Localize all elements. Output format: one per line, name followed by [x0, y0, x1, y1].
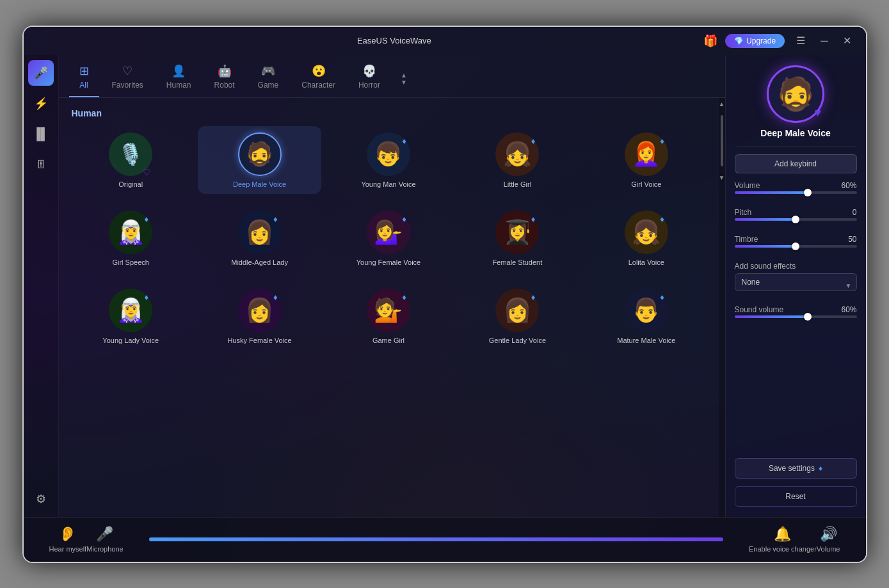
voice-item-husky-female[interactable]: ♦ 👩 Husky Female Voice	[198, 282, 321, 350]
tab-robot[interactable]: 🤖 Robot	[204, 60, 245, 97]
young-female-fav-diamond: ♦	[402, 214, 406, 224]
voice-item-girl-speech[interactable]: ♦ 🧝‍♀️ Girl Speech	[69, 204, 193, 272]
diamond-icon: 💎	[734, 36, 744, 45]
sidebar-icon-settings[interactable]: ⚙	[28, 486, 54, 512]
volume-slider[interactable]	[735, 191, 857, 194]
microphone-control[interactable]: 🎤 Microphone	[86, 526, 123, 553]
nav-tabs-area: ⊞ All ♡ Favorites 👤 Human 🤖 Robot 🎮	[59, 55, 725, 517]
scrollbar-thumb[interactable]	[721, 115, 723, 166]
timbre-slider[interactable]	[735, 245, 857, 248]
voice-grid-row3: ♦ 🧝‍♀️ Young Lady Voice ♦ 👩 Husky Fema	[69, 282, 709, 350]
sidebar-icon-voice[interactable]: 🎤	[28, 60, 54, 86]
tab-all[interactable]: ⊞ All	[69, 60, 99, 97]
middle-aged-lady-voice-name: Middle-Aged Lady	[231, 258, 288, 267]
voice-item-young-man[interactable]: ♦ 👦 Young Man Voice	[326, 126, 450, 194]
nav-tabs: ⊞ All ♡ Favorites 👤 Human 🤖 Robot 🎮	[59, 55, 725, 98]
timbre-control: Timbre 50	[735, 235, 857, 254]
girl-voice-name: Girl Voice	[631, 180, 661, 189]
pitch-control: Pitch 0	[735, 208, 857, 227]
save-diamond-icon: ♦	[819, 464, 822, 473]
lolita-voice-name: Lolita Voice	[629, 258, 664, 267]
little-girl-voice-name: Little Girl	[504, 180, 531, 189]
pitch-thumb[interactable]	[792, 216, 799, 223]
content-area: Human 🎙️ ♡ Original	[59, 98, 719, 517]
volume-row: Volume 60%	[735, 181, 857, 190]
robot-icon: 🤖	[218, 64, 232, 78]
tab-horror[interactable]: 💀 Horror	[348, 60, 390, 97]
hear-myself-control[interactable]: 👂 Hear myself	[49, 526, 87, 553]
scrollbar[interactable]: ▲ ▼	[719, 98, 725, 517]
scroll-arrows: ▲	[719, 98, 725, 110]
title-bar-right: 🎁 💎 Upgrade ☰ ─ ✕	[703, 33, 855, 48]
hear-myself-icon: 👂	[59, 526, 76, 543]
volume-control: Volume 60%	[735, 181, 857, 200]
middle-aged-lady-fav-diamond: ♦	[273, 214, 278, 224]
all-icon: ⊞	[79, 64, 89, 78]
voice-grid-row1: 🎙️ ♡ Original 🧔 Deep Male Voice	[69, 126, 709, 194]
voice-changer-icon: 🔔	[774, 526, 791, 543]
voice-item-girl-voice[interactable]: ♦ 👩‍🦰 Girl Voice	[584, 126, 708, 194]
reset-button[interactable]: Reset	[735, 486, 857, 507]
voice-item-young-female[interactable]: ♦ 💁‍♀️ Young Female Voice	[326, 204, 450, 272]
voice-item-middle-aged-lady[interactable]: ♦ 👩 Middle-Aged Lady	[198, 204, 321, 272]
volume-control-bottom[interactable]: 🔊 Volume	[817, 526, 840, 553]
sound-volume-label: Sound volume	[735, 305, 784, 314]
sound-volume-slider[interactable]	[735, 315, 857, 318]
timbre-thumb[interactable]	[792, 242, 799, 250]
horror-icon: 💀	[362, 64, 376, 78]
microphone-icon: 🎤	[34, 66, 48, 80]
tab-character[interactable]: 😮 Character	[291, 60, 346, 97]
scroll-down-arrow[interactable]: ▼	[719, 174, 725, 181]
scroll-up-arrow[interactable]: ▲	[719, 100, 725, 107]
voice-item-little-girl[interactable]: ♦ 👧 Little Girl	[456, 126, 579, 194]
tab-game[interactable]: 🎮 Game	[248, 60, 289, 97]
gift-icon[interactable]: 🎁	[703, 34, 717, 48]
minimize-button[interactable]: ─	[817, 34, 831, 48]
mic-level-bar-area	[136, 537, 736, 541]
pitch-fill	[735, 218, 796, 221]
sound-volume-thumb[interactable]	[804, 313, 812, 321]
upgrade-button[interactable]: 💎 Upgrade	[725, 34, 785, 48]
game-girl-avatar-icon: 💁	[374, 297, 403, 324]
left-sidebar: 🎤 ⚡ ▐▌ 🎚 ⚙	[24, 55, 59, 517]
little-girl-fav-diamond: ♦	[531, 136, 536, 146]
sidebar-icon-lightning[interactable]: ⚡	[28, 91, 54, 116]
voice-item-deep-male[interactable]: 🧔 Deep Male Voice	[198, 126, 321, 194]
gentle-lady-fav-diamond: ♦	[531, 292, 536, 302]
young-man-avatar-icon: 👦	[374, 141, 403, 168]
girl-voice-avatar-icon: 👩‍🦰	[632, 141, 661, 168]
enable-voice-changer-control[interactable]: 🔔 Enable voice changer	[749, 526, 817, 553]
save-settings-button[interactable]: Save settings ♦	[735, 458, 857, 479]
voice-item-lolita[interactable]: ♦ 👧 Lolita Voice	[584, 204, 708, 272]
scroll-arrows-down: ▼	[719, 171, 725, 184]
volume-value: 60%	[841, 181, 856, 190]
nav-more-button[interactable]: ▲ ▼	[396, 69, 412, 88]
timbre-label: Timbre	[735, 235, 758, 244]
voice-item-young-lady[interactable]: ♦ 🧝‍♀️ Young Lady Voice	[69, 282, 193, 350]
voice-item-gentle-lady[interactable]: ♦ 👩 Gentle Lady Voice	[456, 282, 579, 350]
voice-item-mature-male[interactable]: ♦ 👨 Mature Male Voice	[584, 282, 708, 350]
tab-human[interactable]: 👤 Human	[156, 60, 202, 97]
sidebar-icon-mixer[interactable]: 🎚	[28, 152, 54, 178]
sound-effects-select[interactable]: None Echo Reverb Robot	[735, 273, 857, 291]
chevron-down-icon: ▼	[401, 79, 407, 86]
pitch-slider[interactable]	[735, 218, 857, 221]
sidebar-icon-waveform[interactable]: ▐▌	[28, 122, 54, 147]
husky-female-fav-diamond: ♦	[273, 292, 278, 302]
voice-item-female-student[interactable]: ♦ 👩‍🎓 Female Student	[456, 204, 579, 272]
selected-voice-preview: 🧔 ♥ Deep Male Voice	[735, 65, 857, 147]
sound-volume-control: Sound volume 60%	[735, 305, 857, 324]
add-keybind-button[interactable]: Add keybind	[735, 154, 857, 173]
female-student-avatar-icon: 👩‍🎓	[503, 219, 532, 246]
menu-button[interactable]: ☰	[792, 33, 809, 48]
sound-effects-control: Add sound effects None Echo Reverb Robot	[735, 262, 857, 298]
voice-item-game-girl[interactable]: ♦ 💁 Game Girl	[326, 282, 450, 350]
voice-item-original[interactable]: 🎙️ ♡ Original	[69, 126, 193, 194]
sound-effects-select-wrapper: None Echo Reverb Robot	[735, 273, 857, 298]
volume-thumb[interactable]	[804, 189, 812, 196]
lolita-fav-diamond: ♦	[660, 214, 664, 224]
preview-voice-name: Deep Male Voice	[760, 128, 830, 138]
tab-favorites[interactable]: ♡ Favorites	[102, 60, 154, 97]
close-button[interactable]: ✕	[839, 33, 855, 48]
preview-avatar: 🧔 ♥	[767, 65, 824, 123]
